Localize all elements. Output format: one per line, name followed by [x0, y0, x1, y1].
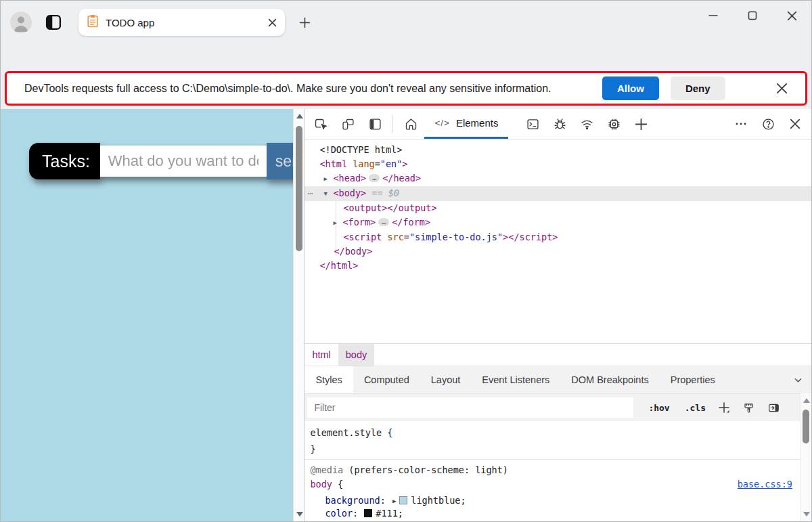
code-token: <script [343, 232, 387, 242]
page-scrollbar-thumb[interactable] [296, 126, 302, 251]
notification-close-icon[interactable] [776, 83, 788, 94]
code-token: </head> [382, 173, 421, 183]
scroll-down-icon[interactable] [296, 512, 303, 517]
task-input[interactable] [100, 146, 267, 177]
code-token: } [310, 443, 315, 454]
address-toolbar: File | C:/Demo/simple-to-do/index.html A [1, 39, 811, 68]
code-token: } [310, 521, 315, 521]
panel-tab-properties[interactable]: Properties [660, 366, 726, 393]
scroll-up-icon[interactable] [296, 114, 303, 118]
style-rule-line[interactable]: @media (prefers-color-scheme: light) [310, 463, 811, 477]
pseudo-state-toggle[interactable]: :hov [648, 403, 669, 413]
dom-tree-row[interactable]: </html> [304, 259, 811, 273]
dom-tree: <!DOCTYPE html><html lang="en">▶<head>…<… [304, 139, 811, 343]
styles-filter-input[interactable] [307, 397, 633, 418]
style-rule-line[interactable]: } [310, 441, 811, 457]
style-rule-line[interactable]: color: #111; [310, 507, 811, 519]
window-controls [694, 1, 811, 30]
code-token [347, 158, 353, 169]
panel-tab-styles[interactable]: Styles [304, 366, 353, 393]
dom-tree-row[interactable]: <html lang="en"> [304, 157, 811, 171]
profile-avatar-icon[interactable] [10, 12, 32, 33]
breadcrumb-item-body[interactable]: body [338, 344, 374, 366]
bug-icon[interactable] [546, 109, 573, 139]
code-token: </html> [319, 260, 358, 271]
dom-tree-row[interactable]: <!DOCTYPE html> [304, 143, 811, 157]
class-toggle[interactable]: .cls [685, 403, 706, 413]
dom-tree-row[interactable]: <script src="simple-to-do.js"></script> [304, 230, 811, 244]
deny-button[interactable]: Deny [671, 77, 725, 100]
expand-arrow-icon[interactable]: ▼ [323, 187, 333, 201]
toggle-sidebar-icon[interactable] [767, 401, 780, 414]
new-tab-plus-icon[interactable] [296, 14, 313, 31]
inspect-icon[interactable] [307, 109, 334, 139]
stylesheet-link[interactable]: base.css:9 [738, 477, 792, 492]
code-token: ▶ [392, 498, 396, 504]
chevron-down-icon[interactable] [793, 366, 803, 393]
code-token: > [402, 158, 407, 169]
code-token: <output></output> [343, 202, 436, 213]
help-icon[interactable] [754, 109, 782, 139]
minimize-icon[interactable] [694, 1, 733, 30]
panel-tab-layout[interactable]: Layout [420, 366, 472, 393]
code-token: … [369, 174, 380, 182]
dom-tree-row[interactable]: ▶<form>…</form> [304, 215, 811, 230]
dock-panel-icon[interactable] [361, 109, 388, 139]
style-rule-line[interactable]: element.style { [310, 425, 811, 441]
dom-tree-row[interactable]: <output></output> [304, 201, 811, 215]
panel-tab-dom-breakpoints[interactable]: DOM Breakpoints [560, 366, 659, 393]
style-rule-line[interactable]: body {base.css:9 [310, 477, 811, 492]
code-token: (prefers-color-scheme: light) [343, 464, 508, 475]
todo-form: Tasks: send [29, 143, 318, 179]
element-breadcrumb: htmlbody [304, 343, 811, 366]
styles-scrollbar[interactable] [800, 393, 811, 521]
network-wifi-icon[interactable] [573, 109, 600, 139]
panel-tab-computed[interactable]: Computed [353, 366, 420, 393]
expand-arrow-icon[interactable]: ▶ [323, 172, 333, 186]
expand-arrow-icon[interactable]: ▶ [333, 216, 342, 230]
styles-scrollbar-thumb[interactable] [803, 410, 809, 443]
code-token: lightblue; [411, 495, 466, 506]
code-token: #111; [376, 508, 403, 519]
code-token: "en" [380, 158, 403, 169]
tasks-label: Tasks: [29, 143, 100, 179]
node-menu-ellipsis-icon[interactable]: ⋯ [307, 186, 313, 200]
device-emulation-icon[interactable] [334, 109, 361, 139]
scroll-up-icon[interactable] [803, 398, 810, 403]
tab-close-icon[interactable] [268, 18, 277, 27]
dom-tree-row[interactable]: ⋯▼<body> == $0 [304, 186, 811, 201]
notification-message: DevTools requests full access to C:\Demo… [24, 83, 551, 95]
tab-elements[interactable]: </> Elements [424, 109, 508, 139]
console-icon[interactable] [519, 109, 546, 139]
style-rule-line[interactable]: } [310, 519, 811, 521]
style-rule-line[interactable]: background: ▶lightblue; [310, 494, 811, 507]
code-token: <head> [333, 173, 366, 183]
code-token: lang [353, 158, 375, 169]
rendering-brush-icon[interactable] [742, 401, 755, 414]
dom-tree-row[interactable]: </body> [304, 244, 811, 259]
code-token: = [404, 232, 409, 242]
dom-tree-row[interactable]: ▶<head>…</head> [304, 171, 811, 186]
code-token: $0 [388, 188, 399, 198]
toolbar-divider [392, 115, 393, 133]
devtools-more-icon[interactable] [727, 109, 754, 139]
allow-button[interactable]: Allow [602, 77, 659, 100]
browser-tab[interactable]: TODO app [78, 9, 285, 36]
new-style-rule-icon[interactable] [718, 401, 730, 414]
panel-tab-event-listeners[interactable]: Event Listeners [471, 366, 560, 393]
code-icon: </> [434, 118, 450, 128]
clipboard-favicon-icon [87, 14, 99, 30]
browser-window: TODO app [0, 0, 812, 522]
workspaces-icon[interactable] [44, 13, 63, 32]
performance-chip-icon[interactable] [600, 109, 627, 139]
page-scrollbar[interactable] [293, 109, 304, 521]
home-icon[interactable] [397, 109, 424, 139]
code-token: … [378, 218, 389, 226]
code-token: </form> [392, 217, 430, 227]
maximize-icon[interactable] [733, 1, 772, 30]
devtools-close-icon[interactable] [782, 109, 809, 139]
add-tools-plus-icon[interactable] [627, 109, 654, 139]
scroll-down-icon[interactable] [803, 512, 810, 517]
breadcrumb-item-html[interactable]: html [304, 344, 338, 366]
window-close-icon[interactable] [772, 1, 811, 30]
